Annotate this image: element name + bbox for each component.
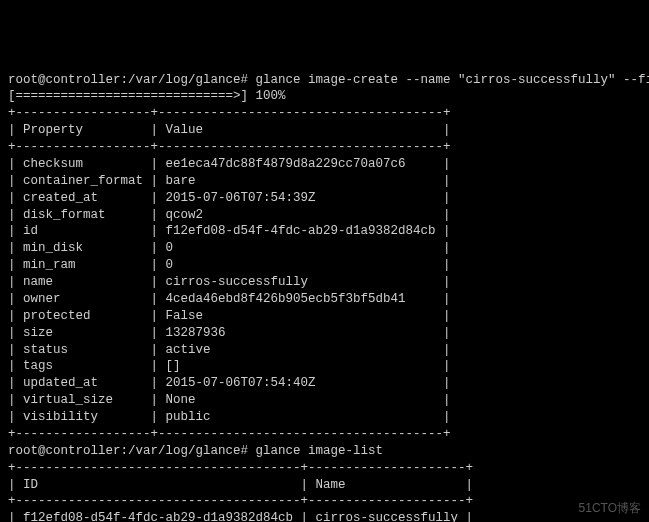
shell-prompt: root@controller:/var/log/glance#: [8, 444, 248, 458]
table1-border-mid: +------------------+--------------------…: [8, 140, 451, 154]
command-image-create: glance image-create --name "cirros-succe…: [256, 73, 649, 87]
table1-row: | tags | [] |: [8, 359, 451, 373]
table1-row: | min_ram | 0 |: [8, 258, 451, 272]
table1-row: | virtual_size | None |: [8, 393, 451, 407]
command-image-list: glance image-list: [256, 444, 384, 458]
table1-header: | Property | Value |: [8, 123, 451, 137]
table1-border-top: +------------------+--------------------…: [8, 106, 451, 120]
table2-border-mid: +--------------------------------------+…: [8, 494, 473, 508]
table1-row: | owner | 4ceda46ebd8f426b905ecb5f3bf5db…: [8, 292, 451, 306]
table1-row: | updated_at | 2015-07-06T07:54:40Z |: [8, 376, 451, 390]
table1-row: | container_format | bare |: [8, 174, 451, 188]
table1-row: | size | 13287936 |: [8, 326, 451, 340]
watermark-text: 51CTO博客: [579, 500, 641, 516]
table1-row: | checksum | ee1eca47dc88f4879d8a229cc70…: [8, 157, 451, 171]
table1-row: | id | f12efd08-d54f-4fdc-ab29-d1a9382d8…: [8, 224, 451, 238]
table1-row: | protected | False |: [8, 309, 451, 323]
table1-border-bot: +------------------+--------------------…: [8, 427, 451, 441]
table1-row: | status | active |: [8, 343, 451, 357]
shell-prompt: root@controller:/var/log/glance#: [8, 73, 248, 87]
table1-row: | visibility | public |: [8, 410, 451, 424]
table2-header: | ID | Name |: [8, 478, 473, 492]
table1-row: | min_disk | 0 |: [8, 241, 451, 255]
progress-bar: [=============================>] 100%: [8, 89, 286, 103]
table2-row: | f12efd08-d54f-4fdc-ab29-d1a9382d84cb |…: [8, 511, 473, 522]
table1-row: | created_at | 2015-07-06T07:54:39Z |: [8, 191, 451, 205]
table1-row: | name | cirros-successfully |: [8, 275, 451, 289]
table2-border-top: +--------------------------------------+…: [8, 461, 473, 475]
table1-row: | disk_format | qcow2 |: [8, 208, 451, 222]
